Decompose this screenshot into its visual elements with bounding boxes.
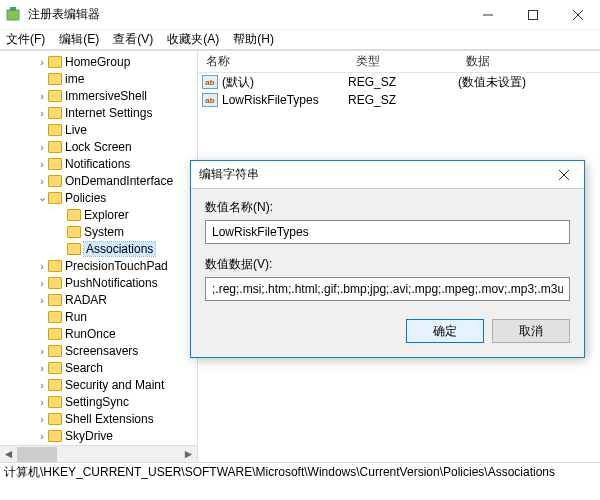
list-row[interactable]: ab(默认)REG_SZ(数值未设置) [198, 73, 600, 91]
list-header: 名称 类型 数据 [198, 51, 600, 73]
expand-toggle-icon[interactable]: › [36, 277, 48, 289]
tree-item[interactable]: ›Lock Screen [0, 138, 197, 155]
expand-toggle-icon[interactable]: › [36, 56, 48, 68]
dialog-title: 编辑字符串 [199, 166, 544, 183]
tree-item[interactable]: ›Internet Settings [0, 104, 197, 121]
tree-item[interactable]: Explorer [0, 206, 197, 223]
value-type: REG_SZ [348, 93, 458, 107]
folder-icon [67, 209, 81, 221]
tree-item[interactable]: System [0, 223, 197, 240]
expand-toggle-icon[interactable]: › [36, 175, 48, 187]
menu-favorites[interactable]: 收藏夹(A) [167, 31, 219, 48]
value-data-input[interactable] [205, 277, 570, 301]
menu-help[interactable]: 帮助(H) [233, 31, 274, 48]
scroll-right-arrow-icon[interactable]: ► [180, 446, 197, 463]
column-name[interactable]: 名称 [198, 53, 348, 70]
expand-toggle-icon[interactable]: › [36, 141, 48, 153]
column-data[interactable]: 数据 [458, 53, 600, 70]
tree-item[interactable]: ›SettingSync [0, 393, 197, 410]
expand-toggle-icon[interactable]: › [36, 362, 48, 374]
tree-item[interactable]: ›Security and Maint [0, 376, 197, 393]
expand-toggle-icon[interactable]: › [36, 260, 48, 272]
tree-item[interactable]: ›Notifications [0, 155, 197, 172]
folder-icon [48, 396, 62, 408]
tree-item-label: SettingSync [65, 395, 129, 409]
folder-icon [48, 328, 62, 340]
tree-item[interactable]: Run [0, 308, 197, 325]
tree-item[interactable]: ›HomeGroup [0, 53, 197, 70]
tree-item[interactable]: ›Search [0, 359, 197, 376]
tree-item-label: Run [65, 310, 87, 324]
folder-icon [48, 158, 62, 170]
menu-view[interactable]: 查看(V) [113, 31, 153, 48]
tree-item[interactable]: ⌄Policies [0, 189, 197, 206]
tree-item-label: Internet Settings [65, 106, 152, 120]
tree-horizontal-scrollbar[interactable]: ◄ ► [0, 445, 197, 462]
tree-item[interactable]: RunOnce [0, 325, 197, 342]
expand-toggle-icon[interactable]: › [36, 107, 48, 119]
tree-item[interactable]: ime [0, 70, 197, 87]
expand-toggle-icon[interactable]: › [36, 158, 48, 170]
column-type[interactable]: 类型 [348, 53, 458, 70]
tree-item-label: Security and Maint [65, 378, 164, 392]
expand-toggle-icon[interactable]: › [36, 345, 48, 357]
tree-item[interactable]: ›Screensavers [0, 342, 197, 359]
folder-icon [48, 362, 62, 374]
window-buttons [465, 0, 600, 29]
expand-toggle-icon[interactable]: › [36, 90, 48, 102]
tree-item[interactable]: ›OnDemandInterface [0, 172, 197, 189]
folder-icon [67, 243, 81, 255]
window-title: 注册表编辑器 [28, 6, 465, 23]
tree-item[interactable]: Associations [0, 240, 197, 257]
value-data: (数值未设置) [458, 74, 600, 91]
list-row[interactable]: abLowRiskFileTypesREG_SZ [198, 91, 600, 109]
tree-item-label: ImmersiveShell [65, 89, 147, 103]
tree-item[interactable]: Live [0, 121, 197, 138]
folder-icon [48, 294, 62, 306]
menu-edit[interactable]: 编辑(E) [59, 31, 99, 48]
close-button[interactable] [555, 0, 600, 29]
expand-toggle-icon[interactable]: › [36, 396, 48, 408]
tree-item-label: Policies [65, 191, 106, 205]
scroll-left-arrow-icon[interactable]: ◄ [0, 446, 17, 463]
tree-item[interactable]: ›PushNotifications [0, 274, 197, 291]
tree-item-label: Screensavers [65, 344, 138, 358]
tree-item-label: HomeGroup [65, 55, 130, 69]
tree-item-label: System [84, 225, 124, 239]
edit-string-dialog: 编辑字符串 数值名称(N): 数值数据(V): 确定 取消 [190, 160, 585, 358]
tree-item[interactable]: ›RADAR [0, 291, 197, 308]
expand-toggle-icon[interactable]: › [36, 413, 48, 425]
tree-item[interactable]: ›ImmersiveShell [0, 87, 197, 104]
value-name-input[interactable] [205, 220, 570, 244]
value-type: REG_SZ [348, 75, 458, 89]
tree-item[interactable]: ›PrecisionTouchPad [0, 257, 197, 274]
expand-toggle-icon[interactable]: › [36, 430, 48, 442]
svg-rect-3 [528, 10, 537, 19]
tree-item[interactable]: ›Shell Extensions [0, 410, 197, 427]
svg-line-5 [573, 10, 583, 20]
maximize-button[interactable] [510, 0, 555, 29]
folder-icon [48, 413, 62, 425]
tree-item-label: RADAR [65, 293, 107, 307]
folder-icon [48, 90, 62, 102]
minimize-button[interactable] [465, 0, 510, 29]
expand-toggle-icon[interactable]: › [36, 294, 48, 306]
status-bar: 计算机\HKEY_CURRENT_USER\SOFTWARE\Microsoft… [0, 462, 600, 482]
dialog-close-button[interactable] [544, 161, 584, 188]
tree-item-label: ime [65, 72, 84, 86]
menu-file[interactable]: 文件(F) [6, 31, 45, 48]
tree-pane: ›HomeGroupime›ImmersiveShell›Internet Se… [0, 51, 198, 462]
tree-item-label: PrecisionTouchPad [65, 259, 168, 273]
tree-item-label: RunOnce [65, 327, 116, 341]
expand-toggle-icon[interactable]: ⌄ [36, 191, 48, 204]
scroll-thumb[interactable] [17, 447, 57, 462]
tree-item[interactable]: ›SkyDrive [0, 427, 197, 444]
ok-button[interactable]: 确定 [406, 319, 484, 343]
cancel-button[interactable]: 取消 [492, 319, 570, 343]
tree-item-label: Notifications [65, 157, 130, 171]
scroll-track[interactable] [17, 446, 180, 463]
expand-toggle-icon[interactable]: › [36, 379, 48, 391]
folder-icon [48, 124, 62, 136]
svg-rect-0 [7, 10, 19, 20]
folder-icon [48, 379, 62, 391]
